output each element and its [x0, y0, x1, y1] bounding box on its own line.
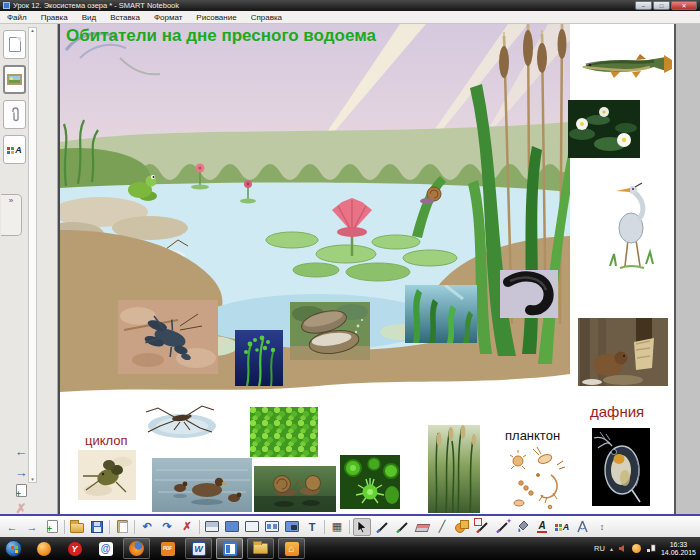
label-plankton[interactable]: планктон — [505, 428, 560, 443]
clock[interactable]: 16:33 14.06.2015 — [661, 541, 696, 557]
photo-cyclops[interactable] — [78, 450, 136, 500]
delete-button[interactable]: ✗ — [178, 518, 196, 536]
menu-edit[interactable]: Правка — [34, 13, 75, 22]
measurement-tools-button[interactable] — [573, 518, 591, 536]
menu-help[interactable]: Справка — [244, 13, 289, 22]
photo-duckweed[interactable] — [250, 407, 318, 457]
redo-button[interactable]: ↷ — [158, 518, 176, 536]
calligraphic-pen-button[interactable] — [393, 518, 411, 536]
maximize-button[interactable]: □ — [653, 1, 670, 10]
photo-water-strider[interactable] — [140, 398, 222, 446]
properties-button[interactable]: A — [553, 518, 571, 536]
open-button[interactable] — [68, 518, 86, 536]
photo-reeds[interactable] — [428, 425, 480, 513]
network-icon[interactable] — [646, 544, 656, 553]
pen-icon — [376, 520, 389, 533]
transparent-background-button[interactable] — [243, 518, 261, 536]
taskbar-app-home[interactable]: ⌂ — [278, 538, 305, 559]
photo-algae[interactable] — [235, 330, 283, 386]
menu-file[interactable]: Файл — [0, 13, 34, 22]
scroll-up-icon[interactable]: ▴ — [31, 27, 34, 33]
properties-icon: A — [7, 145, 22, 155]
taskbar-app-explorer[interactable] — [247, 538, 274, 559]
table-button[interactable]: ▦ — [328, 518, 346, 536]
photo-plankton[interactable] — [505, 445, 567, 513]
previous-page-button[interactable]: ← — [4, 444, 38, 459]
undo-button[interactable]: ↶ — [138, 518, 156, 536]
taskbar-app-word[interactable]: W — [185, 538, 212, 559]
panel-dock-tab[interactable]: » — [1, 194, 22, 236]
taskbar-app-yandex-browser[interactable]: Y — [61, 538, 88, 559]
paste-button[interactable] — [113, 518, 131, 536]
shape-recognition-pen-button[interactable] — [473, 518, 491, 536]
gallery-icon — [7, 74, 22, 85]
photo-water-lilies[interactable] — [568, 100, 640, 158]
photo-daphnia[interactable] — [592, 428, 650, 506]
capture-icon — [285, 521, 299, 532]
window-controls: − □ ✕ — [635, 1, 697, 10]
menu-format[interactable]: Формат — [147, 13, 189, 22]
separator — [324, 520, 325, 534]
taskbar-app-pdf-reader[interactable]: PDF — [154, 538, 181, 559]
photo-leech[interactable] — [500, 270, 558, 318]
water-strider-art — [140, 398, 222, 446]
taskbar-app-mail-agent[interactable]: @ — [92, 538, 119, 559]
previous-page-button[interactable]: ← — [3, 518, 21, 536]
photo-heron[interactable] — [600, 178, 662, 273]
photo-ducks[interactable] — [152, 458, 252, 512]
label-cyclops[interactable]: циклоп — [85, 433, 128, 448]
select-tool-button[interactable] — [353, 518, 371, 536]
eraser-tool-button[interactable] — [413, 518, 431, 536]
label-daphnia[interactable]: дафния — [590, 403, 644, 420]
taskbar-app-media-player[interactable] — [30, 538, 57, 559]
add-page-button[interactable]: + — [4, 484, 38, 497]
window-titlebar[interactable]: Урок 12. Экосистема озера * - SMART Note… — [0, 0, 700, 11]
photo-mussels[interactable] — [290, 302, 370, 360]
photo-snails[interactable] — [254, 466, 336, 512]
photo-green-microbes[interactable] — [340, 455, 400, 509]
pen-tool-button[interactable] — [373, 518, 391, 536]
move-toolbar-button[interactable]: ↕ — [593, 518, 611, 536]
language-indicator[interactable]: RU — [594, 544, 605, 553]
separator — [64, 520, 65, 534]
tab-properties[interactable]: A — [3, 135, 26, 164]
tab-attachments[interactable] — [3, 100, 26, 129]
photo-pike[interactable] — [580, 52, 672, 80]
minimize-button[interactable]: − — [635, 1, 652, 10]
fill-tool-button[interactable] — [513, 518, 531, 536]
home-icon: ⌂ — [285, 542, 299, 556]
taskbar-app-smart-notebook[interactable] — [216, 538, 243, 559]
agent-tray-icon[interactable] — [632, 544, 641, 553]
screen-shade-button[interactable] — [203, 518, 221, 536]
photo-beaver[interactable] — [578, 318, 668, 386]
capture-button[interactable] — [283, 518, 301, 536]
magic-pen-button[interactable]: ✦ — [493, 518, 511, 536]
tab-gallery[interactable] — [3, 65, 26, 94]
line-tool-button[interactable]: ╱ — [433, 518, 451, 536]
menu-draw[interactable]: Рисование — [189, 13, 243, 22]
panel-scrollbar[interactable]: ▴ ▾ — [28, 27, 37, 483]
shapes-tool-button[interactable] — [453, 518, 471, 536]
notebook-toolbar: ← → + ↶ ↷ ✗ T ▦ ╱ ✦ A A ↕ — [0, 514, 700, 537]
separator — [199, 520, 200, 534]
photo-seaweed[interactable] — [405, 285, 477, 343]
full-screen-button[interactable] — [223, 518, 241, 536]
next-page-button[interactable]: → — [4, 465, 38, 480]
dual-page-display-button[interactable] — [263, 518, 281, 536]
menu-insert[interactable]: Вставка — [103, 13, 147, 22]
speaker-icon[interactable] — [618, 544, 627, 553]
firefox-icon — [129, 541, 144, 556]
app-icon — [3, 2, 10, 9]
photo-crayfish[interactable] — [118, 300, 218, 374]
start-button[interactable] — [5, 540, 22, 557]
text-tool-button[interactable]: A — [533, 518, 551, 536]
document-camera-button[interactable]: T — [303, 518, 321, 536]
tab-page-sorter[interactable] — [3, 30, 26, 59]
close-button[interactable]: ✕ — [671, 1, 697, 10]
taskbar-app-firefox[interactable] — [123, 538, 150, 559]
add-page-button[interactable]: + — [43, 518, 61, 536]
save-button[interactable] — [88, 518, 106, 536]
tray-expand-icon[interactable]: ▴ — [610, 545, 613, 552]
next-page-button[interactable]: → — [23, 518, 41, 536]
menu-view[interactable]: Вид — [75, 13, 103, 22]
